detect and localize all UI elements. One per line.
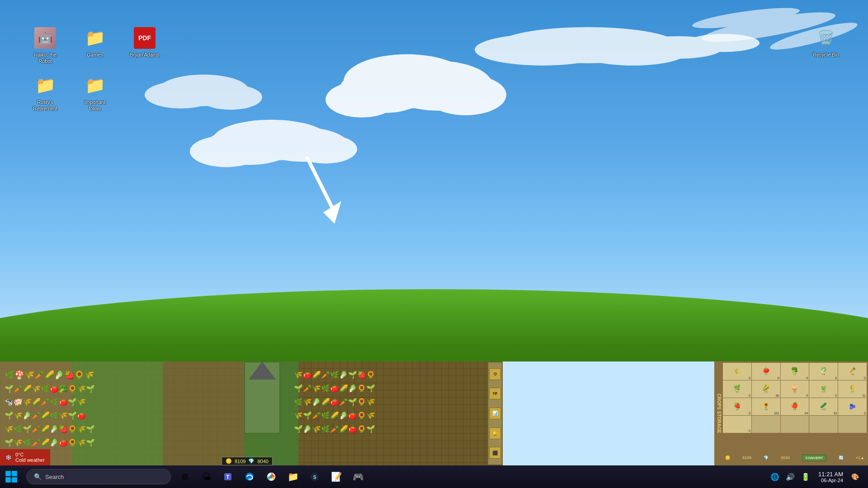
tray-network[interactable]: 🌐 — [769, 472, 781, 482]
crop-cell-7[interactable]: 🧅0×4 — [781, 380, 809, 398]
taskbar: 🔍 Search 🖥 🌤 T 📁 S 📝 🎮 🌐 — [0, 465, 868, 488]
svg-rect-25 — [12, 471, 17, 476]
crop-cell-4[interactable]: 🥕0×3 — [838, 363, 867, 380]
gem-count: 8040 — [257, 459, 268, 464]
crop-cell-8[interactable]: 🫑0×7 — [809, 380, 838, 398]
side-btn-1[interactable]: ⚙ — [489, 368, 501, 380]
crop-cell-12[interactable]: 🍎24×9 — [781, 398, 809, 415]
clock-time: 11:21 AM — [818, 471, 843, 478]
system-clock[interactable]: 11:21 AM 06-Apr-24 — [815, 469, 847, 485]
crop-cell-17 — [781, 416, 809, 433]
taskbar-chrome[interactable] — [261, 467, 281, 487]
taskbar-teams[interactable]: T — [218, 467, 238, 487]
crop-cell-10[interactable]: 🍓0×9 — [723, 398, 751, 415]
side-panel: ⚙ 🗺 📊 🔔 ⬛ — [487, 361, 503, 465]
coin-icon: 🪙 — [226, 458, 232, 464]
weather-condition: Cold weather — [15, 457, 45, 463]
crops-coin-count: 8109 — [742, 455, 751, 460]
svg-text:T: T — [226, 474, 230, 480]
windows-logo-icon — [5, 470, 18, 483]
desktop-icons-area: 🤖 Haiku, the Robot 📁 Games PDF Bryan Ada… — [27, 27, 163, 113]
crops-gem-count: 8040 — [781, 455, 790, 460]
taskbar-steam[interactable]: S — [305, 467, 325, 487]
tray-volume[interactable]: 🔊 — [784, 472, 797, 482]
convert-button[interactable]: CONVERT — [802, 455, 826, 461]
icon-recycle-bin[interactable]: 🗑️ Recycle Bin — [811, 27, 841, 59]
taskbar-edge[interactable] — [240, 467, 259, 487]
weather-widget: ❄️ 0°C Cold weather — [0, 449, 50, 465]
icon-important-folder[interactable]: 📁 Important folder — [77, 75, 113, 113]
taskbar-center-icons: 🖥 🌤 T 📁 S 📝 🎮 — [175, 467, 368, 487]
gem-icon: 💎 — [248, 458, 255, 464]
icon-haiku-robot[interactable]: 🤖 Haiku, the Robot — [27, 27, 63, 66]
crops-grid: 🌾0 🍅0×1 🥦0×2 🥬0×1 🥕0×3 🌿0×3 🌽30×5 🧅0×4 🫑… — [722, 362, 867, 451]
side-btn-5[interactable]: ⬛ — [489, 447, 501, 459]
convert-icon: 🔄 — [839, 455, 844, 460]
game-window[interactable]: 🌿🍄🌾🥕🌽🥬🍓🌻🌾 🌱🥕🌽🌾🌿🍅🥦🌻🌾🌱 🐄🐖🌾🌽🥕🌿🍅🌱🌾 🌱🌾🥬🥕🌽🌿🌾🌱🍅… — [0, 361, 502, 465]
svg-rect-24 — [5, 471, 11, 476]
crop-cell-16 — [752, 416, 780, 433]
clock-date: 06-Apr-24 — [818, 478, 843, 483]
taskbar-tray: 🌐 🔊 🔋 11:21 AM 06-Apr-24 🎨 — [769, 465, 868, 488]
svg-rect-26 — [5, 477, 11, 483]
svg-rect-27 — [12, 477, 17, 483]
crop-cell-6[interactable]: 🌽30×5 — [752, 380, 780, 398]
game-scene: 🌿🍄🌾🥕🌽🥬🍓🌻🌾 🌱🥕🌽🌾🌿🍅🥦🌻🌾🌱 🐄🐖🌾🌽🥕🌿🍅🌱🌾 🌱🌾🥬🥕🌽🌿🌾🌱🍅… — [0, 361, 502, 465]
crop-cell-15[interactable]: 0 — [723, 416, 751, 433]
crop-cell-3[interactable]: 🥬0×1 — [809, 363, 838, 380]
crops-bottom-bar: 🪙 8109 💎 8040 CONVERT 🔄 ×1▲ — [722, 451, 867, 465]
crop-cell-11[interactable]: 🌻101×9 — [752, 398, 780, 415]
taskbar-task-view[interactable]: 🖥 — [175, 467, 194, 487]
search-icon: 🔍 — [34, 473, 42, 480]
search-input[interactable]: Search — [45, 474, 64, 480]
crops-storage-panel: CROPS STORAGE 🌾0 🍅0×1 🥦0×2 🥬0×1 🥕0×3 🌿0×… — [714, 361, 868, 465]
crop-cell-2[interactable]: 🥦0×2 — [781, 363, 809, 380]
crop-cell-13[interactable]: 🥒10×12 — [809, 398, 838, 415]
convert-count: ×1▲ — [856, 455, 864, 460]
icon-bryan-adams[interactable]: PDF Bryan Adams — [127, 27, 163, 66]
crop-cell-9[interactable]: 🌾11×7 — [838, 380, 867, 398]
coin-count: 8109 — [235, 459, 245, 464]
side-btn-4[interactable]: 🔔 — [489, 427, 501, 439]
icon-games[interactable]: 📁 Games — [77, 27, 113, 66]
crops-coin-icon: 🪙 — [725, 455, 730, 460]
crop-cell-14[interactable]: 🫐0 — [838, 398, 867, 415]
tray-color[interactable]: 🎨 — [849, 472, 861, 481]
crop-cell-19 — [838, 416, 867, 433]
taskbar-explorer[interactable]: 📁 — [283, 467, 303, 487]
game-resource-bar: 🪙 8109 💎 8040 — [222, 457, 273, 465]
tray-battery[interactable]: 🔋 — [799, 472, 812, 482]
taskbar-notepad[interactable]: 📝 — [326, 467, 346, 487]
crop-cell-1[interactable]: 🍅0×1 — [752, 363, 780, 380]
start-button[interactable] — [0, 465, 23, 488]
desktop: 🤖 Haiku, the Robot 📁 Games PDF Bryan Ada… — [0, 0, 868, 488]
crops-storage-header: CROPS STORAGE — [715, 362, 722, 465]
weather-icon: ❄️ — [5, 455, 12, 460]
weather-temp: 0°C — [15, 452, 45, 457]
crop-cell-0[interactable]: 🌾0 — [723, 363, 751, 380]
svg-text:S: S — [313, 475, 316, 480]
taskbar-app[interactable]: 🎮 — [348, 467, 368, 487]
side-btn-3[interactable]: 📊 — [489, 408, 501, 419]
crops-gem-icon: 💎 — [764, 455, 769, 460]
search-bar[interactable]: 🔍 Search — [26, 469, 171, 484]
side-btn-2[interactable]: 🗺 — [489, 388, 501, 399]
crop-cell-18 — [809, 416, 838, 433]
icon-rustys-retirement[interactable]: 📁 Rusty's Retirement — [27, 75, 63, 113]
taskbar-widgets[interactable]: 🌤 — [196, 467, 216, 487]
crop-cell-5[interactable]: 🌿0×3 — [723, 380, 751, 398]
